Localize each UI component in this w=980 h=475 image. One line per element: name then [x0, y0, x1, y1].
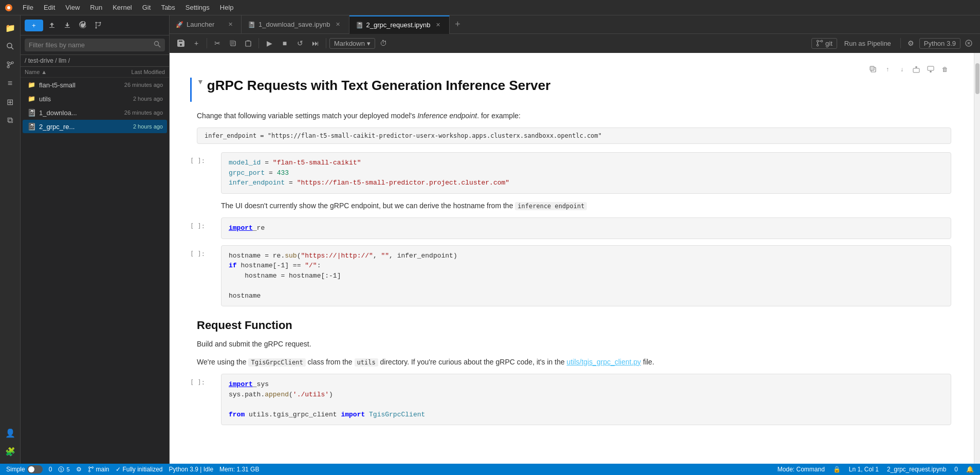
cell-1-gutter: [ ]: [190, 152, 221, 194]
tab-launcher-label: Launcher [187, 21, 214, 28]
add-above-button[interactable] [910, 63, 922, 76]
cell-1-content[interactable]: model_id = "flan-t5-small-caikit" grpc_p… [221, 152, 951, 194]
name-column-label: Name [25, 69, 40, 75]
simple-toggle[interactable]: Simple [6, 465, 43, 473]
cell-3-line-5: hostname [229, 291, 944, 301]
menu-kernel[interactable]: Kernel [108, 3, 136, 12]
branch-label: main [96, 466, 109, 473]
cell-2-line-1: import_re [229, 223, 944, 233]
cell-1-code[interactable]: model_id = "flan-t5-small-caikit" grpc_p… [221, 152, 951, 194]
text-2-para: The UI doesn't currently show the gRPC e… [221, 200, 951, 211]
shield-icon: 🔒 [833, 466, 841, 473]
stop-button[interactable]: ■ [278, 36, 292, 50]
cell-3-line-4 [229, 281, 944, 291]
paste-button[interactable] [241, 36, 255, 50]
menu-tabs[interactable]: Tabs [157, 3, 179, 12]
fast-forward-button[interactable]: ⏭ [308, 36, 323, 50]
svg-rect-14 [246, 41, 251, 46]
bell-icon[interactable]: 🔔 [966, 466, 974, 473]
tab-2grpc-close[interactable]: ✕ [434, 21, 443, 30]
cell-4-content[interactable]: import_sys sys.path.append('./utils') fr… [221, 374, 951, 425]
menu-run[interactable]: Run [86, 3, 106, 12]
branch-badge[interactable]: main [88, 466, 109, 473]
svg-point-5 [11, 62, 13, 64]
kernel-settings-button[interactable]: ⚙ [904, 36, 918, 50]
collapse-icon[interactable]: ▼ [197, 78, 204, 86]
tab-launcher[interactable]: 🚀 Launcher ✕ [170, 15, 242, 34]
menu-settings[interactable]: Settings [181, 3, 214, 12]
s2-code-2: utils [355, 358, 378, 367]
status-right: Mode: Command 🔒 Ln 1, Col 1 2_grpc_reque… [778, 466, 974, 473]
launcher-icon: 🚀 [176, 21, 183, 28]
menu-file[interactable]: File [19, 3, 38, 12]
cell-4-code[interactable]: import_sys sys.path.append('./utils') fr… [221, 374, 951, 425]
cell-3-code[interactable]: hostname = re.sub("https://|http://", ""… [221, 245, 951, 307]
sidebar-item-extensions[interactable]: ⧉ [2, 112, 19, 129]
sidebar-item-users[interactable]: 👤 [2, 425, 19, 441]
upload-button[interactable] [45, 19, 59, 32]
new-button[interactable]: + [25, 20, 43, 31]
sidebar-item-search[interactable] [2, 38, 19, 54]
tab-2grpc[interactable]: 📓 2_grpc_request.ipynb ✕ [349, 15, 450, 34]
tab-launcher-close[interactable]: ✕ [226, 20, 235, 29]
scrollbar[interactable] [974, 53, 980, 464]
example-endpoint-block: infer_endpoint = "https://flan-t5-small-… [197, 127, 951, 144]
sidebar-item-files[interactable]: 📁 [2, 20, 19, 36]
tab-add-button[interactable]: + [450, 15, 466, 34]
add-cell-button[interactable]: + [189, 36, 204, 50]
sidebar-item-toc[interactable]: ≡ [2, 75, 19, 92]
menu-git[interactable]: Git [138, 3, 155, 12]
folder-icon-utils: 📁 [27, 94, 36, 103]
s2t-pre: We're using the [197, 358, 248, 366]
initialized-label: Fully initialized [123, 466, 163, 473]
git-toolbar-button[interactable] [91, 19, 105, 32]
sidebar-item-data[interactable]: ⊞ [2, 94, 19, 110]
cell-type-select[interactable]: Markdown ▾ [329, 38, 375, 49]
run-button[interactable]: ▶ [262, 36, 276, 50]
kernel-select[interactable]: Python 3.9 [919, 38, 960, 49]
svg-point-16 [821, 40, 823, 42]
search-input[interactable] [29, 41, 154, 49]
cut-button[interactable]: ✂ [210, 36, 225, 50]
status-left: Simple 0 5 5 ⚙ main ✓ Fully initialized … [6, 465, 259, 473]
cell-2-code[interactable]: import_re [221, 217, 951, 239]
copy-cell-button[interactable] [867, 63, 879, 76]
menu-edit[interactable]: Edit [40, 3, 59, 12]
s2-link[interactable]: utils/tgis_grpc_client.py [567, 358, 641, 366]
move-down-button[interactable]: ↓ [896, 63, 908, 76]
copy-button[interactable] [226, 36, 240, 50]
sort-name-button[interactable]: Name ▲ [25, 69, 98, 75]
file-time-1download: 26 minutes ago [106, 109, 163, 116]
status-number-badge: 5 5 [58, 466, 69, 472]
delete-cell-button[interactable]: 🗑 [939, 63, 951, 76]
sidebar-item-plugins[interactable]: 🧩 [2, 443, 19, 460]
scrollbar-thumb[interactable] [975, 63, 979, 94]
download-button[interactable] [61, 19, 74, 32]
file-item-2grpc[interactable]: 📓 2_grpc_re... 2 hours ago [23, 120, 167, 133]
save-button[interactable] [174, 36, 188, 50]
menu-view[interactable]: View [61, 3, 84, 12]
git-badge[interactable]: git [811, 38, 837, 49]
intro-text: Change that following variable settings … [197, 112, 417, 120]
toggle-switch-control[interactable] [27, 465, 43, 473]
restart-button[interactable]: ↺ [293, 36, 307, 50]
add-below-button[interactable] [924, 63, 937, 76]
move-up-button[interactable]: ↑ [881, 63, 894, 76]
menu-help[interactable]: Help [216, 3, 238, 12]
cell-3-content[interactable]: hostname = re.sub("https://|http://", ""… [221, 245, 951, 307]
gear-icon[interactable]: ⚙ [76, 466, 82, 473]
search-bar [21, 35, 169, 55]
time-icon-button[interactable]: ⏱ [376, 36, 391, 50]
sidebar-item-git[interactable] [2, 57, 19, 73]
svg-point-7 [95, 22, 97, 24]
svg-point-29 [88, 467, 90, 468]
cell-2-content[interactable]: import_re [221, 217, 951, 239]
file-item-utils[interactable]: 📁 utils 2 hours ago [23, 92, 167, 105]
tab-1download[interactable]: 📓 1_download_save.ipynb ✕ [242, 15, 349, 34]
refresh-button[interactable] [76, 19, 89, 32]
file-item-flan[interactable]: 📁 flan-t5-small 26 minutes ago [23, 78, 167, 92]
file-item-1download[interactable]: 📓 1_downloa... 26 minutes ago [23, 106, 167, 119]
tab-1download-close[interactable]: ✕ [334, 20, 343, 29]
section-2-title: Request Function [197, 319, 951, 332]
run-pipeline-button[interactable]: Run as Pipeline [838, 38, 897, 49]
